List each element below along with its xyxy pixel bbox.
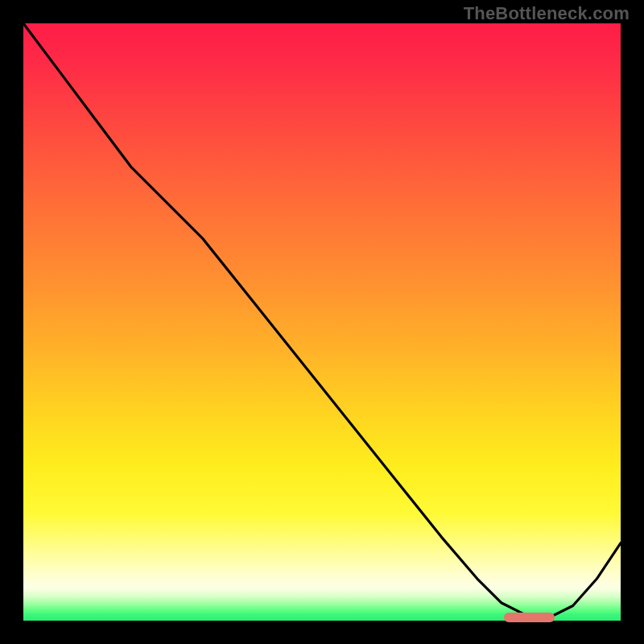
line-chart-svg (23, 23, 621, 621)
optimum-marker (504, 613, 555, 622)
curve-path (23, 23, 621, 617)
chart-stage: TheBottleneck.com (0, 0, 644, 644)
watermark-text: TheBottleneck.com (464, 3, 630, 24)
plot-area (23, 23, 621, 621)
